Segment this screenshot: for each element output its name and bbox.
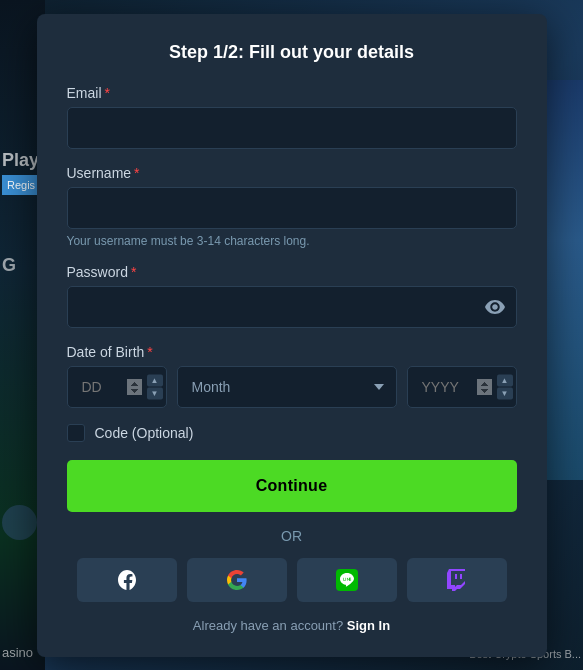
dob-month-wrapper: Month January February March April May J… [177,366,397,408]
email-input[interactable] [67,107,517,149]
dob-row: ▲ ▼ Month January February March April M… [67,366,517,408]
username-input[interactable] [67,187,517,229]
social-buttons-row [67,558,517,602]
modal-title: Step 1/2: Fill out your details [67,42,517,63]
password-input[interactable] [67,286,517,328]
email-field-group: Email * [67,85,517,149]
dob-required-star: * [147,344,152,360]
or-divider: OR [67,528,517,544]
username-field-group: Username * Your username must be 3-14 ch… [67,165,517,248]
modal-wrapper: Step 1/2: Fill out your details Email * … [0,0,583,670]
dob-day-down-btn[interactable]: ▼ [147,387,163,399]
password-field-group: Password * [67,264,517,328]
dob-day-wrapper: ▲ ▼ [67,366,167,408]
google-login-button[interactable] [187,558,287,602]
dob-month-select[interactable]: Month January February March April May J… [177,366,397,408]
password-wrapper [67,286,517,328]
twitch-login-button[interactable] [407,558,507,602]
username-required-star: * [134,165,139,181]
email-label: Email * [67,85,517,101]
password-label: Password * [67,264,517,280]
signin-link[interactable]: Sign In [347,618,390,633]
eye-icon[interactable] [485,300,505,314]
registration-modal: Step 1/2: Fill out your details Email * … [37,14,547,657]
continue-button[interactable]: Continue [67,460,517,512]
line-login-button[interactable] [297,558,397,602]
email-required-star: * [105,85,110,101]
code-row: Code (Optional) [67,424,517,442]
dob-year-wrapper: ▲ ▼ [407,366,517,408]
facebook-login-button[interactable] [77,558,177,602]
username-helper-text: Your username must be 3-14 characters lo… [67,234,517,248]
signin-row: Already have an account? Sign In [67,618,517,633]
code-label: Code (Optional) [95,425,194,441]
dob-year-up-btn[interactable]: ▲ [497,374,513,386]
dob-day-spinners: ▲ ▼ [147,374,163,399]
code-checkbox[interactable] [67,424,85,442]
username-label: Username * [67,165,517,181]
dob-year-spinners: ▲ ▼ [497,374,513,399]
dob-label: Date of Birth * [67,344,517,360]
dob-day-up-btn[interactable]: ▲ [147,374,163,386]
password-required-star: * [131,264,136,280]
signin-prompt: Already have an account? [193,618,343,633]
dob-year-down-btn[interactable]: ▼ [497,387,513,399]
dob-field-group: Date of Birth * ▲ ▼ Month January [67,344,517,408]
